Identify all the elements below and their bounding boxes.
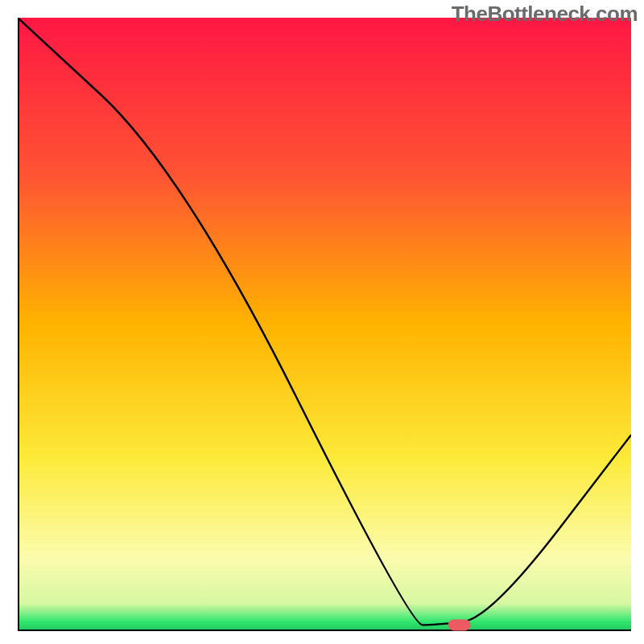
watermark-label: TheBottleneck.com xyxy=(452,2,638,27)
optimal-marker xyxy=(448,619,471,630)
gradient-background xyxy=(18,18,631,631)
chart-container: TheBottleneck.com xyxy=(0,0,644,644)
line-chart xyxy=(18,18,631,631)
plot-area xyxy=(18,18,631,631)
svg-rect-2 xyxy=(448,619,471,630)
